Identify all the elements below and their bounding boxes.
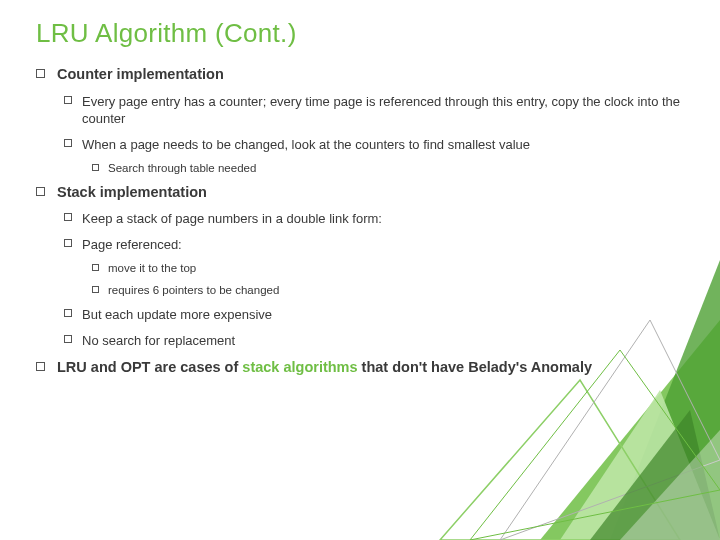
bullet-text: But each update more expensive bbox=[82, 306, 272, 324]
bullet-stack-4: No search for replacement bbox=[64, 332, 684, 350]
bullet-text: LRU and OPT are cases of stack algorithm… bbox=[57, 358, 592, 378]
bullet-text: Search through table needed bbox=[108, 161, 256, 177]
square-bullet-icon bbox=[92, 164, 99, 171]
bullet-text: Counter implementation bbox=[57, 65, 224, 85]
square-bullet-icon bbox=[64, 239, 72, 247]
bullet-stack-2-2: requires 6 pointers to be changed bbox=[92, 283, 684, 299]
square-bullet-icon bbox=[64, 213, 72, 221]
bullet-text: move it to the top bbox=[108, 261, 196, 277]
bullet-text: Stack implementation bbox=[57, 183, 207, 203]
bullet-text: When a page needs to be changed, look at… bbox=[82, 136, 530, 154]
bullet-text: requires 6 pointers to be changed bbox=[108, 283, 279, 299]
slide: LRU Algorithm (Cont.) Counter implementa… bbox=[0, 0, 720, 540]
square-bullet-icon bbox=[64, 96, 72, 104]
bullet-text: Keep a stack of page numbers in a double… bbox=[82, 210, 382, 228]
slide-title: LRU Algorithm (Cont.) bbox=[36, 18, 684, 49]
bullet-text: No search for replacement bbox=[82, 332, 235, 350]
bullet-final: LRU and OPT are cases of stack algorithm… bbox=[36, 358, 684, 378]
final-pre: LRU and OPT are cases of bbox=[57, 359, 242, 375]
bullet-stack-1: Keep a stack of page numbers in a double… bbox=[64, 210, 684, 228]
square-bullet-icon bbox=[64, 309, 72, 317]
square-bullet-icon bbox=[92, 286, 99, 293]
bullet-stack-2: Page referenced: bbox=[64, 236, 684, 254]
bullet-text: Every page entry has a counter; every ti… bbox=[82, 93, 684, 128]
square-bullet-icon bbox=[36, 187, 45, 196]
bullet-stack: Stack implementation bbox=[36, 183, 684, 203]
square-bullet-icon bbox=[36, 362, 45, 371]
final-post: that don't have Belady's Anomaly bbox=[358, 359, 592, 375]
square-bullet-icon bbox=[92, 264, 99, 271]
final-accent: stack algorithms bbox=[242, 359, 357, 375]
bullet-counter-2: When a page needs to be changed, look at… bbox=[64, 136, 684, 154]
square-bullet-icon bbox=[36, 69, 45, 78]
square-bullet-icon bbox=[64, 335, 72, 343]
bullet-counter-1: Every page entry has a counter; every ti… bbox=[64, 93, 684, 128]
bullet-stack-3: But each update more expensive bbox=[64, 306, 684, 324]
bullet-counter: Counter implementation bbox=[36, 65, 684, 85]
square-bullet-icon bbox=[64, 139, 72, 147]
bullet-text: Page referenced: bbox=[82, 236, 182, 254]
bullet-counter-2-1: Search through table needed bbox=[92, 161, 684, 177]
bullet-stack-2-1: move it to the top bbox=[92, 261, 684, 277]
